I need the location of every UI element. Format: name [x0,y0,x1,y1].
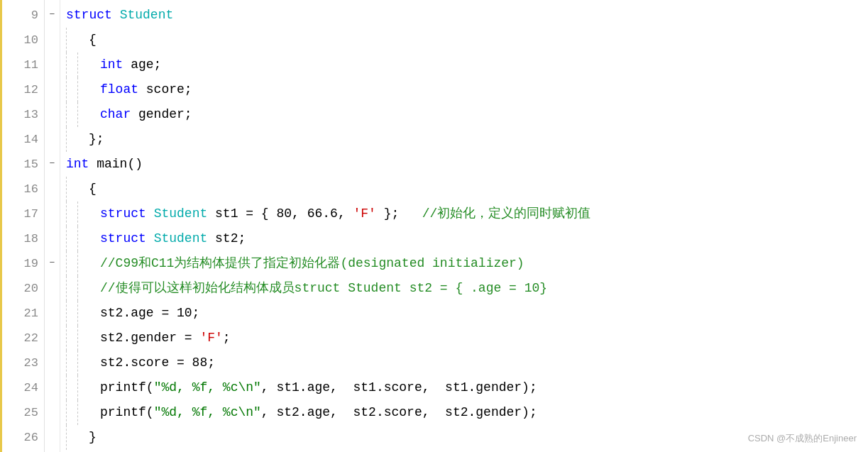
fold-marker [45,177,60,202]
code-token: //C99和C11为结构体提供了指定初始化器(designated initia… [100,253,524,274]
code-token: //使得可以这样初始化结构体成员struct Student st2 = { .… [100,278,547,299]
code-area: struct Student{int age;float score;char … [60,0,868,452]
indent-guide [77,375,89,400]
indent-guide [66,301,77,326]
code-token: } [89,427,97,448]
code-token: , st1.age, st1.score, st1.gender); [261,377,537,398]
code-token: }; [376,204,422,224]
code-token: struct [66,5,120,26]
indent-guide [77,102,89,127]
fold-marker [45,400,60,425]
fold-marker [45,226,60,251]
line-number: 13 [2,102,44,127]
code-token: score; [146,79,192,100]
line-number: 23 [2,351,44,375]
code-token: st1 = { 80, 66.6, [215,204,353,224]
code-token: printf( [100,402,154,423]
code-token: { [89,179,97,199]
indent-guide [66,326,77,351]
line-number: 9 [2,3,44,28]
code-token: , st2.age, st2.score, st2.gender); [261,402,537,423]
fold-marker [45,425,60,450]
line-number: 14 [2,127,44,152]
indent-guide [77,301,89,326]
code-token: int [66,154,97,175]
code-line: st2.age = 10; [66,301,868,326]
code-line: float score; [66,77,868,102]
code-line: { [66,177,868,202]
fold-marker[interactable]: − [45,3,60,28]
code-line: { [66,28,868,53]
code-token: struct [100,228,154,249]
indent-guide [66,102,77,127]
fold-marker [45,77,60,102]
line-number: 26 [2,425,44,450]
indent-guide [77,400,89,425]
fold-marker[interactable]: − [45,251,60,276]
code-line: struct Student st2; [66,226,868,251]
line-number: 24 [2,375,44,400]
code-token: Student [154,228,215,249]
code-token: st2.age = 10; [100,303,199,324]
line-number: 20 [2,276,44,301]
fold-marker [45,28,60,53]
indent-guide [66,53,77,77]
line-number: 16 [2,177,44,202]
code-token: 'F' [199,328,222,348]
line-number-gutter: 91011121314151617181920212223242526 [2,0,45,452]
indent-guide [66,226,77,251]
code-line: st2.score = 88; [66,351,868,375]
code-line: struct Student [66,3,868,28]
code-token: age; [131,55,161,75]
indent-guide [77,226,89,251]
fold-marker [45,276,60,301]
code-token: printf( [100,377,154,398]
indent-guide [66,127,77,152]
code-line: struct Student st1 = { 80, 66.6, 'F' }; … [66,202,868,226]
indent-guide [66,177,77,202]
line-number: 12 [2,77,44,102]
fold-marker[interactable]: − [45,152,60,177]
code-line: st2.gender = 'F'; [66,326,868,351]
indent-guide [77,53,89,77]
line-number: 21 [2,301,44,326]
code-token: //初始化，定义的同时赋初值 [422,204,591,224]
indent-guide [77,326,89,351]
code-line: }; [66,127,868,152]
code-token: { [89,30,97,50]
code-token: float [100,79,146,100]
indent-guide [66,77,77,102]
line-number: 22 [2,326,44,351]
line-number: 15 [2,152,44,177]
fold-marker [45,202,60,226]
indent-guide [77,276,89,301]
indent-guide [77,251,89,276]
fold-marker [45,326,60,351]
fold-marker [45,375,60,400]
code-token: char [100,104,138,125]
indent-guide [66,375,77,400]
code-token: "%d, %f, %c\n" [154,402,261,423]
code-line: //C99和C11为结构体提供了指定初始化器(designated initia… [66,251,868,276]
line-number: 19 [2,251,44,276]
indent-guide [66,202,77,226]
code-token: 'F' [353,204,375,224]
line-number: 25 [2,400,44,425]
code-token: st2; [215,228,246,249]
fold-marker [45,127,60,152]
fold-gutter: −−− [45,0,60,452]
indent-guide [66,28,77,53]
line-number: 17 [2,202,44,226]
code-token: gender; [138,104,192,125]
indent-guide [77,202,89,226]
code-token: st2.gender = [100,328,199,348]
code-token: ; [223,328,231,348]
code-token: main() [97,154,143,175]
indent-guide [66,276,77,301]
indent-guide [66,425,77,450]
code-line: printf("%d, %f, %c\n", st2.age, st2.scor… [66,400,868,425]
indent-guide [66,400,77,425]
line-number: 18 [2,226,44,251]
code-line: int main() [66,152,868,177]
code-token: st2.score = 88; [100,353,215,373]
